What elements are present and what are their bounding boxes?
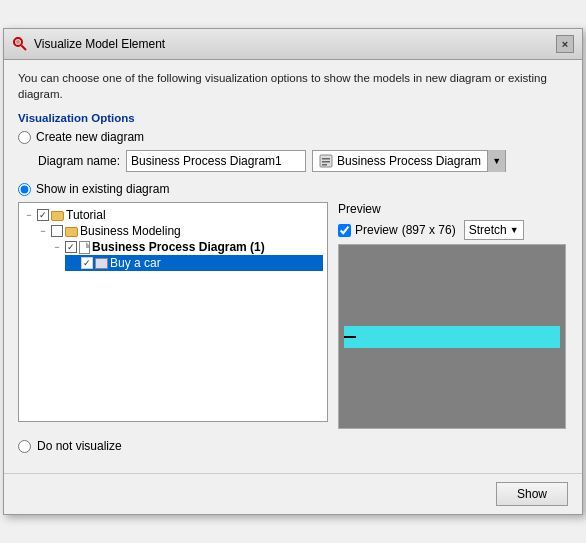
tree-checkbox-buy-a-car[interactable]: [81, 257, 93, 269]
create-new-radio-row: Create new diagram: [18, 130, 568, 144]
tree-label-bpd: Business Process Diagram (1): [92, 240, 265, 254]
tree-item-bpd[interactable]: − Business Process Diagram (1): [51, 239, 323, 255]
diagram-type-label: Business Process Diagram: [313, 154, 487, 168]
preview-dimensions: (897 x 76): [402, 223, 456, 237]
tree-item-tutorial[interactable]: − Tutorial: [23, 207, 323, 223]
doc-icon-bpd: [79, 241, 90, 254]
close-button[interactable]: ×: [556, 35, 574, 53]
img-icon-buy-a-car: [95, 258, 108, 269]
preview-image: [338, 244, 566, 429]
tree-toggle-buy-a-car[interactable]: [67, 257, 79, 269]
tree-label-buy-a-car: Buy a car: [110, 256, 161, 270]
dialog-container: Visualize Model Element × You can choose…: [3, 28, 583, 515]
tree-item-business-modeling[interactable]: − Business Modeling: [37, 223, 323, 239]
tree-panel[interactable]: − Tutorial − Business Modeling −: [18, 202, 328, 422]
diagram-name-row: Diagram name: Business Process Diagram ▼: [38, 150, 568, 172]
do-not-vis-radio[interactable]: [18, 440, 31, 453]
tree-item-buy-a-car[interactable]: Buy a car: [65, 255, 323, 271]
description-text: You can choose one of the following visu…: [18, 70, 568, 102]
svg-rect-6: [322, 164, 327, 166]
preview-panel: Preview Preview (897 x 76) Stretch ▼: [338, 202, 568, 429]
svg-rect-4: [322, 158, 330, 160]
do-not-vis-label[interactable]: Do not visualize: [37, 439, 122, 453]
main-content: − Tutorial − Business Modeling −: [18, 202, 568, 429]
preview-check-label: Preview: [355, 223, 398, 237]
svg-point-2: [16, 40, 20, 44]
tree-toggle-tutorial[interactable]: −: [23, 209, 35, 221]
folder-icon-tutorial: [51, 211, 64, 221]
tree-toggle-business-modeling[interactable]: −: [37, 225, 49, 237]
tree-label-business-modeling: Business Modeling: [80, 224, 181, 238]
dialog-title: Visualize Model Element: [34, 37, 165, 51]
show-existing-label[interactable]: Show in existing diagram: [36, 182, 169, 196]
diagram-type-button[interactable]: Business Process Diagram ▼: [312, 150, 506, 172]
show-existing-radio[interactable]: [18, 183, 31, 196]
preview-check-row: Preview (897 x 76): [338, 223, 456, 237]
diagram-type-dropdown-arrow[interactable]: ▼: [487, 150, 505, 172]
svg-rect-5: [322, 161, 330, 163]
svg-line-1: [22, 45, 27, 50]
visualization-options-label: Visualization Options: [18, 112, 568, 124]
preview-stripe: [344, 326, 560, 348]
tree-checkbox-tutorial[interactable]: [37, 209, 49, 221]
visualize-icon: [12, 36, 28, 52]
diagram-type-icon: [319, 154, 333, 168]
preview-stretch-label: Stretch: [469, 223, 507, 237]
diagram-name-field-label: Diagram name:: [38, 154, 120, 168]
tree-label-tutorial: Tutorial: [66, 208, 106, 222]
preview-stretch-button[interactable]: Stretch ▼: [464, 220, 524, 240]
title-bar-left: Visualize Model Element: [12, 36, 165, 52]
title-bar: Visualize Model Element ×: [4, 29, 582, 60]
preview-toolbar: Preview (897 x 76) Stretch ▼: [338, 220, 568, 240]
folder-icon-business-modeling: [65, 227, 78, 237]
show-existing-radio-row: Show in existing diagram: [18, 182, 568, 196]
dialog-body: You can choose one of the following visu…: [4, 60, 582, 473]
tree-toggle-bpd[interactable]: −: [51, 241, 63, 253]
preview-line: [344, 336, 356, 338]
dialog-footer: Show: [4, 473, 582, 514]
preview-stretch-arrow: ▼: [510, 225, 519, 235]
create-new-label[interactable]: Create new diagram: [36, 130, 144, 144]
preview-heading: Preview: [338, 202, 568, 216]
tree-checkbox-bpd[interactable]: [65, 241, 77, 253]
do-not-vis-row: Do not visualize: [18, 439, 568, 453]
diagram-name-input[interactable]: [126, 150, 306, 172]
tree-checkbox-business-modeling[interactable]: [51, 225, 63, 237]
create-new-radio[interactable]: [18, 131, 31, 144]
show-button[interactable]: Show: [496, 482, 568, 506]
preview-checkbox[interactable]: [338, 224, 351, 237]
